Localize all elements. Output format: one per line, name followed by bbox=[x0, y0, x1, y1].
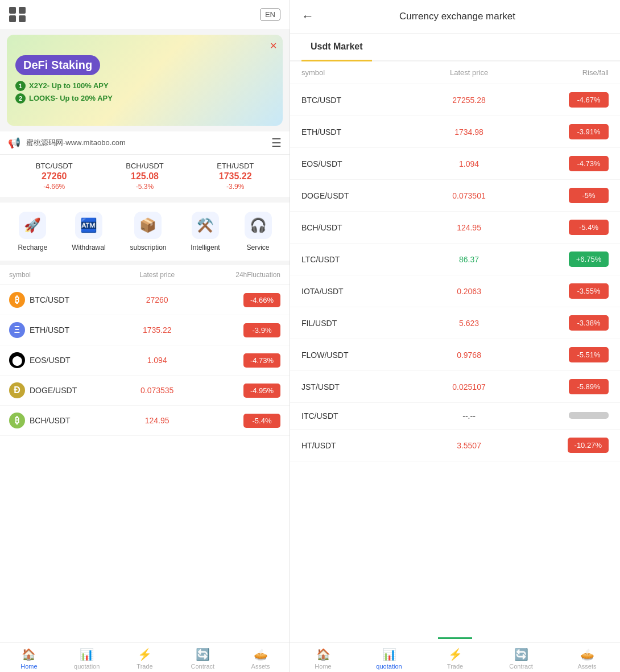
ticker-btc[interactable]: BTC/USDT 27260 -4.66% bbox=[36, 162, 73, 191]
table-row[interactable]: ₿ BTC/USDT 27260 -4.66% bbox=[0, 285, 290, 315]
eth-symbol: ETH/USDT bbox=[30, 325, 69, 335]
right-nav-assets[interactable]: 🥧 Assets bbox=[554, 648, 620, 670]
ticker-eth-change: -3.9% bbox=[217, 183, 254, 191]
green-progress-bar bbox=[438, 637, 472, 639]
withdrawal-icon: 🏧 bbox=[75, 212, 102, 239]
table-row[interactable]: FLOW/USDT 0.9768 -5.51% bbox=[290, 339, 620, 371]
nav-assets[interactable]: 🥧 Assets bbox=[232, 648, 290, 670]
table-row[interactable]: EOS/USDT 1.094 -4.73% bbox=[290, 148, 620, 180]
right-header: ← Currency exchange market bbox=[290, 0, 620, 34]
right-table-header: symbol Latest price Rise/fall bbox=[290, 61, 620, 84]
table-row[interactable]: LTC/USDT 86.37 +6.75% bbox=[290, 244, 620, 275]
marquee-bar: 📢 蜜桃源码网-www.mitaobo.com ☰ bbox=[0, 131, 290, 155]
right-nav-home[interactable]: 🏠 Home bbox=[290, 648, 356, 670]
right-nav-quotation-label: quotation bbox=[376, 663, 402, 670]
table-row[interactable]: HT/USDT 3.5507 -10.27% bbox=[290, 430, 620, 461]
table-row[interactable]: ETH/USDT 1734.98 -3.91% bbox=[290, 116, 620, 148]
back-button[interactable]: ← bbox=[301, 9, 314, 24]
action-recharge[interactable]: 🚀 Recharge bbox=[18, 212, 47, 252]
nav-home[interactable]: 🏠 Home bbox=[0, 648, 58, 670]
right-home-icon: 🏠 bbox=[316, 648, 330, 661]
bch-icon: ₿ bbox=[9, 413, 25, 428]
nav-trade-label: Trade bbox=[137, 663, 152, 670]
table-row[interactable]: Ð DOGE/USDT 0.073535 -4.95% bbox=[0, 376, 290, 406]
table-row[interactable]: ITC/USDT --.-- bbox=[290, 403, 620, 430]
left-panel: EN DeFi Staking 1 X2Y2- Up to 100% APY 2… bbox=[0, 0, 290, 672]
banner: DeFi Staking 1 X2Y2- Up to 100% APY 2 LO… bbox=[7, 35, 283, 126]
intelligent-label: Intelligent bbox=[191, 244, 220, 252]
action-intelligent[interactable]: ⚒️ Intelligent bbox=[191, 212, 220, 252]
banner-close-button[interactable]: ✕ bbox=[270, 40, 277, 51]
doge-change: -4.95% bbox=[206, 384, 280, 398]
col-header-price: Latest price bbox=[108, 271, 206, 279]
right-contract-icon: 🔄 bbox=[514, 648, 528, 661]
market-tabs: Usdt Market bbox=[290, 34, 620, 61]
ticker-btc-change: -4.66% bbox=[36, 183, 73, 191]
btc-symbol: BTC/USDT bbox=[30, 295, 69, 304]
ticker-bch-symbol: BCH/USDT bbox=[126, 162, 163, 170]
table-row[interactable]: BTC/USDT 27255.28 -4.67% bbox=[290, 84, 620, 116]
bch-change: -5.4% bbox=[206, 414, 280, 428]
right-nav-trade-label: Trade bbox=[447, 663, 463, 670]
left-market-table: symbol Latest price 24hFluctuation ₿ BTC… bbox=[0, 265, 290, 642]
doge-symbol: DOGE/USDT bbox=[30, 386, 77, 395]
nav-home-label: Home bbox=[20, 663, 37, 670]
nav-contract-label: Contract bbox=[191, 663, 215, 670]
col-header-change: 24hFluctuation bbox=[206, 271, 280, 279]
coin-info-eos: ⬤ EOS/USDT bbox=[9, 352, 108, 368]
table-row[interactable]: FIL/USDT 5.623 -3.38% bbox=[290, 307, 620, 339]
ticker-bch-change: -5.3% bbox=[126, 183, 163, 191]
tab-usdt-market[interactable]: Usdt Market bbox=[301, 34, 372, 61]
right-market-table: symbol Latest price Rise/fall BTC/USDT 2… bbox=[290, 61, 620, 634]
quotation-icon: 📊 bbox=[80, 648, 94, 661]
coin-info-eth: Ξ ETH/USDT bbox=[9, 322, 108, 338]
ticker-bch[interactable]: BCH/USDT 125.08 -5.3% bbox=[126, 162, 163, 191]
table-row[interactable]: ⬤ EOS/USDT 1.094 -4.73% bbox=[0, 345, 290, 376]
ticker-btc-symbol: BTC/USDT bbox=[36, 162, 73, 170]
right-panel: ← Currency exchange market Usdt Market s… bbox=[290, 0, 620, 672]
right-nav-quotation[interactable]: 📊 quotation bbox=[356, 648, 422, 670]
page-title: Currency exchange market bbox=[323, 11, 592, 22]
table-row[interactable]: IOTA/USDT 0.2063 -3.55% bbox=[290, 275, 620, 307]
coin-info-btc: ₿ BTC/USDT bbox=[9, 292, 108, 308]
eth-icon: Ξ bbox=[9, 322, 25, 338]
subscription-icon: 📦 bbox=[134, 212, 162, 239]
action-withdrawal[interactable]: 🏧 Withdrawal bbox=[72, 212, 105, 252]
btc-change: -4.66% bbox=[206, 293, 280, 307]
right-nav-trade[interactable]: ⚡ Trade bbox=[422, 648, 488, 670]
action-subscription[interactable]: 📦 subscription bbox=[130, 212, 166, 252]
nav-trade[interactable]: ⚡ Trade bbox=[116, 648, 174, 670]
announcement-icon: 📢 bbox=[8, 137, 20, 149]
language-button[interactable]: EN bbox=[260, 8, 280, 21]
right-nav-home-label: Home bbox=[315, 663, 331, 670]
intelligent-icon: ⚒️ bbox=[192, 212, 219, 239]
service-label: Service bbox=[247, 244, 270, 252]
table-row[interactable]: BCH/USDT 124.95 -5.4% bbox=[290, 212, 620, 244]
menu-icon[interactable]: ☰ bbox=[271, 136, 282, 150]
ticker-eth[interactable]: ETH/USDT 1735.22 -3.9% bbox=[217, 162, 254, 191]
eth-change: -3.9% bbox=[206, 323, 280, 337]
nav-quotation-label: quotation bbox=[74, 663, 100, 670]
nav-quotation[interactable]: 📊 quotation bbox=[58, 648, 116, 670]
right-quotation-icon: 📊 bbox=[382, 648, 396, 661]
col-header-symbol: symbol bbox=[9, 271, 108, 279]
eos-symbol: EOS/USDT bbox=[30, 356, 71, 365]
doge-icon: Ð bbox=[9, 382, 25, 398]
table-row[interactable]: ₿ BCH/USDT 124.95 -5.4% bbox=[0, 406, 290, 436]
coin-info-bch: ₿ BCH/USDT bbox=[9, 413, 108, 428]
right-assets-icon: 🥧 bbox=[580, 648, 594, 661]
quick-actions: 🚀 Recharge 🏧 Withdrawal 📦 subscription ⚒… bbox=[0, 203, 290, 261]
table-row[interactable]: DOGE/USDT 0.073501 -5% bbox=[290, 180, 620, 212]
action-service[interactable]: 🎧 Service bbox=[245, 212, 272, 252]
right-trade-icon: ⚡ bbox=[448, 648, 462, 661]
right-bottom-nav: 🏠 Home 📊 quotation ⚡ Trade 🔄 Contract 🥧 … bbox=[290, 642, 620, 672]
nav-contract[interactable]: 🔄 Contract bbox=[173, 648, 232, 670]
recharge-icon: 🚀 bbox=[19, 212, 46, 239]
r-col-header-change: Rise/fall bbox=[525, 68, 609, 77]
assets-icon: 🥧 bbox=[254, 648, 268, 661]
right-nav-assets-label: Assets bbox=[577, 663, 596, 670]
right-nav-contract[interactable]: 🔄 Contract bbox=[488, 648, 554, 670]
table-row[interactable]: Ξ ETH/USDT 1735.22 -3.9% bbox=[0, 315, 290, 345]
table-row[interactable]: JST/USDT 0.025107 -5.89% bbox=[290, 371, 620, 403]
ticker-bch-price: 125.08 bbox=[126, 171, 163, 182]
